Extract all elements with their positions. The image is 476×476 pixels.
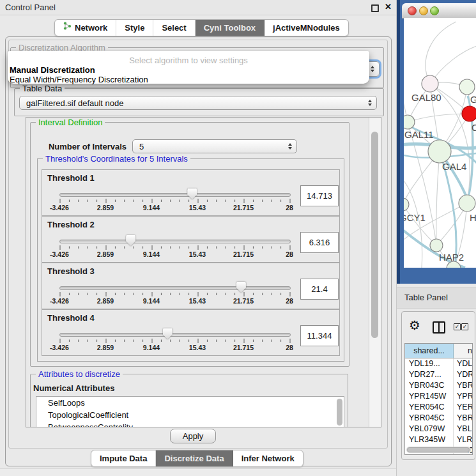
table-cell-shared-name[interactable]: YLR345W [405,434,454,445]
table-cell-shared-name[interactable]: YPR145W [405,391,454,402]
table-row[interactable]: YBL079WYBL0 [405,424,472,434]
tab-style[interactable]: Style [116,20,153,36]
network-canvas[interactable]: GAL80GACGAL11GAL4GCY1HHAP2 [404,18,476,268]
app-root: Control Panel ✕ NetworkStyleSelectCyni T… [0,0,476,476]
table-cell-name[interactable]: YPR1 [454,391,472,402]
columns-icon[interactable] [433,321,445,334]
threshold-panel-4: Threshold 4-3.4262.8599.14415.4321.71528… [42,309,340,356]
network-node-gal4[interactable] [428,140,451,163]
tab-discretize-data[interactable]: Discretize Data [156,450,233,466]
network-view-window: GAL80GACGAL11GAL4GCY1HHAP2 [397,0,476,284]
network-node-label: GA [470,94,476,105]
network-node-ga[interactable] [459,79,475,95]
number-of-intervals-label: Number of Intervals [43,142,127,151]
table-cell-name[interactable]: YBL0 [454,424,472,434]
table-cell-name[interactable]: YBR0 [454,380,472,391]
tab-select[interactable]: Select [153,20,195,36]
table-cell-shared-name[interactable]: YER054C [405,402,454,413]
table-cell-name[interactable]: YLR3 [454,434,472,445]
minimize-traffic-light-icon[interactable] [419,6,428,15]
slider-tick-label: 15.43 [189,204,206,211]
tab-network[interactable]: Network [55,20,116,36]
network-node-hap2[interactable] [430,239,443,252]
threshold-value-field[interactable]: 21.4 [300,279,339,300]
network-node-h[interactable] [459,195,475,211]
close-traffic-light-icon[interactable] [408,6,417,15]
table-data-title: Table Data [20,84,65,93]
dropdown-option-manual[interactable]: Manual Discretization [10,65,95,75]
checkbox-icon[interactable]: ✓ [461,323,468,330]
table-hscrollbar-thumb[interactable] [407,447,470,452]
algorithm-dropdown-popup: Select algorithm to view settings Manual… [8,51,369,84]
tab-cyni-toolbox[interactable]: Cyni Toolbox [196,20,265,36]
node-attribute-table: shared... n YDL19...YDL1YDR27...YDR2YBR0… [404,343,473,455]
checkbox-icon[interactable]: ✓ [454,323,461,330]
settings-scrollbar-thumb[interactable] [371,132,378,338]
threshold-slider-track[interactable] [59,286,291,290]
zoom-traffic-light-icon[interactable] [430,6,439,15]
tab-jactivemnodules[interactable]: jActiveMNodules [265,20,348,36]
tab-infer-network[interactable]: Infer Network [233,450,303,466]
slider-tick-label: 21.715 [233,297,254,305]
network-node-c[interactable] [462,106,476,121]
table-data-combobox[interactable]: galFiltered.sif default node [19,96,377,110]
table-row[interactable]: YDR27...YDR2 [405,369,472,380]
attribute-list-item[interactable]: TopologicalCoefficient [36,409,344,421]
table-cell-shared-name[interactable]: YBL079W [405,424,454,434]
threshold-slider-track[interactable] [59,240,291,243]
table-row[interactable]: YER054CYER0 [405,402,472,413]
table-horizontal-scrollbar[interactable] [406,447,471,453]
table-data-value: galFiltered.sif default node [26,98,123,108]
network-graph: GAL80GACGAL11GAL4GCY1HHAP2 [404,18,476,268]
attribute-list-item[interactable]: BetweennessCentrality [36,421,344,427]
threshold-panel-2: Threshold 2-3.4262.8599.14415.4321.71528… [42,216,340,263]
number-of-intervals-combobox[interactable]: 5 [132,139,297,153]
dropdown-option-equal-width[interactable]: Equal Width/Frequency Discretization [10,75,148,84]
table-row[interactable]: YBR043CYBR0 [405,380,472,391]
gear-icon[interactable]: ⚙ [409,318,420,333]
combo-arrows-icon [371,66,374,72]
table-header-shared-name[interactable]: shared... [405,344,454,358]
network-node-gal11[interactable] [404,115,415,129]
threshold-label: Threshold 3 [47,266,95,276]
tab-label: Discretize Data [164,450,224,466]
close-icon[interactable]: ✕ [385,2,392,12]
table-row[interactable]: YDL19...YDL1 [405,358,472,369]
table-row[interactable]: YPR145WYPR1 [405,391,472,402]
network-node-label: GCY1 [404,212,426,223]
table-cell-shared-name[interactable]: YBR045C [405,413,454,424]
table-header-name[interactable]: n [454,344,472,358]
network-node-gcy1[interactable] [404,198,409,211]
table-cell-name[interactable]: YDL1 [454,358,472,369]
combo-arrows-icon [368,100,372,106]
numerical-attributes-list[interactable]: SelfLoopsTopologicalCoefficientBetweenne… [36,396,344,427]
threshold-value-field[interactable]: 11.344 [300,325,339,346]
attribute-list-item[interactable]: SelfLoops [36,397,344,409]
network-node-label: GAL80 [411,92,441,103]
apply-button[interactable]: Apply [170,429,216,443]
threshold-value-field[interactable]: 14.713 [300,185,339,206]
bottom-tab-bar: Impute DataDiscretize DataInfer Network [91,450,303,467]
table-cell-name[interactable]: YER0 [454,402,472,413]
slider-tick-label: 9.144 [143,297,160,305]
table-cell-name[interactable]: YBR0 [454,413,472,424]
threshold-value-field[interactable]: 6.316 [300,232,339,253]
float-window-icon[interactable] [371,4,379,12]
threshold-slider-track[interactable] [59,193,291,197]
table-cell-shared-name[interactable]: YDL19... [405,358,454,369]
threshold-slider-track[interactable] [59,333,291,337]
combo-arrows-icon [288,143,292,150]
table-cell-shared-name[interactable]: YDR27... [405,369,454,380]
slider-tick-label: 15.43 [189,344,206,351]
attributes-scrollbar-thumb[interactable] [337,399,342,426]
table-cell-shared-name[interactable]: YBR043C [405,380,454,391]
table-cell-name[interactable]: YDR2 [454,369,472,380]
network-node-gal80[interactable] [422,75,438,92]
slider-tick-label: 21.715 [233,250,254,258]
tab-label: Impute Data [100,450,147,466]
table-row[interactable]: YLR345WYLR3 [405,434,472,445]
settings-vertical-scrollbar[interactable] [369,118,381,427]
number-of-intervals-value: 5 [139,142,144,151]
tab-impute-data[interactable]: Impute Data [91,450,156,466]
table-row[interactable]: YBR045CYBR0 [405,413,472,424]
